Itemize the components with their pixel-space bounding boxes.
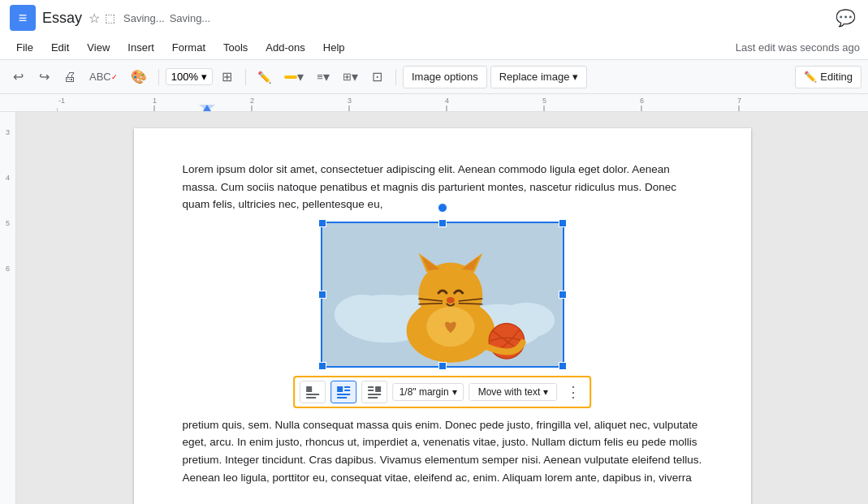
- toolbar-divider-2: [245, 69, 246, 85]
- handle-br[interactable]: [559, 362, 567, 370]
- replace-image-button[interactable]: Replace image ▾: [490, 66, 588, 88]
- svg-marker-17: [199, 105, 215, 111]
- zoom-select[interactable]: 100% ▾: [166, 68, 213, 85]
- svg-rect-44: [344, 390, 350, 391]
- ruler-inner: -1 1 2 3 4 5 6 7: [57, 94, 868, 111]
- menu-format[interactable]: Format: [164, 38, 214, 57]
- saving-indicator: Saving...: [123, 12, 165, 24]
- svg-text:4: 4: [445, 97, 449, 105]
- menu-insert[interactable]: Insert: [119, 38, 162, 57]
- wrap-text-right-icon: [366, 384, 382, 400]
- menu-help[interactable]: Help: [315, 38, 353, 57]
- margin-dropdown-icon: ▾: [452, 386, 457, 398]
- handle-tr[interactable]: [559, 219, 567, 227]
- toolbar-divider-1: [158, 69, 159, 85]
- menu-file[interactable]: File: [8, 38, 41, 57]
- wrap-text-right-button[interactable]: [361, 381, 387, 403]
- svg-text:-1: -1: [58, 97, 65, 105]
- svg-text:3: 3: [348, 97, 352, 105]
- move-with-text-button[interactable]: Move with text ▾: [469, 383, 558, 401]
- doc-title: Essay: [42, 10, 82, 27]
- handle-bl[interactable]: [318, 362, 326, 370]
- title-right: 💬: [832, 5, 858, 31]
- wrap-inline-icon: [304, 384, 321, 400]
- main-area: 3 4 5 6 Lorem ipsum dolor sit amet, cons…: [0, 112, 868, 504]
- svg-rect-50: [368, 394, 381, 395]
- edit-image-button[interactable]: ✏️: [253, 66, 276, 88]
- border-color-button[interactable]: ≡▾: [312, 66, 335, 88]
- zoom-value: 100%: [171, 71, 198, 83]
- title-bar: ≡ Essay ☆ ⬚ Saving... Saving... 💬: [0, 0, 868, 36]
- image-wrapper[interactable]: [321, 222, 564, 368]
- svg-rect-47: [375, 386, 381, 392]
- drive-icon[interactable]: ⬚: [105, 11, 115, 24]
- more-options-button[interactable]: ⋮: [562, 381, 585, 403]
- more-options-icon: ⋮: [566, 383, 581, 401]
- svg-text:5: 5: [542, 97, 546, 105]
- replace-image-label: Replace image: [499, 71, 570, 83]
- svg-rect-46: [337, 397, 347, 398]
- comments-icon[interactable]: 💬: [832, 5, 858, 31]
- spell-check-button[interactable]: ABC✓: [84, 66, 123, 88]
- paint-format-button[interactable]: 🎨: [126, 66, 152, 88]
- toolbar: ↩ ↪ 🖨 ABC✓ 🎨 100% ▾ ⊞ ✏️ ▾ ≡▾ ⊞▾ ⊡ Image…: [0, 60, 868, 94]
- print-button[interactable]: 🖨: [58, 66, 81, 88]
- handle-bm[interactable]: [438, 362, 447, 370]
- last-edit-text: Last edit was seconds ago: [736, 41, 860, 54]
- move-with-text-dropdown-icon: ▾: [543, 386, 548, 398]
- redo-button[interactable]: ↪: [32, 66, 55, 88]
- handle-rotate[interactable]: [438, 203, 447, 213]
- svg-rect-40: [306, 394, 319, 395]
- wrap-inline-button[interactable]: [300, 381, 326, 403]
- svg-rect-42: [337, 386, 343, 392]
- svg-text:2: 2: [250, 97, 254, 105]
- svg-text:7: 7: [737, 97, 741, 105]
- favorite-icon[interactable]: ☆: [89, 11, 100, 26]
- cat-svg: [322, 223, 563, 366]
- border-style-button[interactable]: ⊞▾: [338, 66, 363, 88]
- highlight-color-button[interactable]: ▾: [279, 66, 309, 88]
- handle-ml[interactable]: [318, 291, 326, 299]
- zoom-dropdown-icon: ▾: [201, 71, 207, 83]
- undo-button[interactable]: ↩: [6, 66, 29, 88]
- svg-rect-41: [306, 397, 316, 398]
- menu-tools[interactable]: Tools: [215, 38, 256, 57]
- ruler-svg: -1 1 2 3 4 5 6 7: [57, 94, 868, 111]
- handle-mr[interactable]: [559, 291, 567, 299]
- svg-text:1: 1: [153, 97, 157, 105]
- saving-text: Saving...: [170, 12, 211, 24]
- wrap-text-left-icon: [335, 384, 352, 400]
- replace-image-dropdown-icon: ▾: [572, 71, 578, 83]
- ruler: -1 1 2 3 4 5 6 7: [0, 94, 868, 112]
- image-container: 1/8" margin ▾ Move with text ▾ ⋮: [321, 222, 564, 368]
- fit-page-button[interactable]: ⊞: [216, 66, 239, 88]
- svg-text:6: 6: [640, 97, 644, 105]
- svg-rect-49: [368, 390, 374, 391]
- svg-rect-45: [337, 394, 350, 395]
- app-icon: ≡: [10, 5, 36, 31]
- crop-button[interactable]: ⊡: [366, 66, 389, 88]
- image-options-button[interactable]: Image options: [403, 66, 487, 88]
- menu-view[interactable]: View: [79, 38, 118, 57]
- svg-rect-39: [306, 386, 312, 392]
- title-icons: ☆ ⬚ Saving... Saving...: [89, 11, 210, 26]
- svg-rect-51: [368, 397, 378, 398]
- svg-rect-43: [344, 386, 350, 388]
- menu-edit[interactable]: Edit: [43, 38, 77, 57]
- svg-line-35: [458, 304, 482, 304]
- menu-addons[interactable]: Add-ons: [257, 38, 313, 57]
- wrap-text-left-button[interactable]: [330, 381, 356, 403]
- handle-tm[interactable]: [438, 219, 447, 227]
- cat-image: [322, 223, 563, 366]
- svg-rect-48: [368, 386, 374, 388]
- editing-button[interactable]: ✏️ Editing: [795, 66, 862, 88]
- image-options-label: Image options: [412, 71, 478, 83]
- doc-text-after: pretium quis, sem. Nulla consequat massa…: [183, 416, 702, 486]
- image-toolbar: 1/8" margin ▾ Move with text ▾ ⋮: [293, 376, 592, 408]
- document: Lorem ipsum dolor sit amet, consectetuer…: [134, 128, 751, 504]
- handle-tl[interactable]: [318, 219, 326, 227]
- margin-label: 1/8" margin: [399, 386, 449, 398]
- margin-select[interactable]: 1/8" margin ▾: [392, 383, 464, 401]
- toolbar-divider-3: [395, 69, 396, 85]
- menu-bar: File Edit View Insert Format Tools Add-o…: [0, 36, 868, 60]
